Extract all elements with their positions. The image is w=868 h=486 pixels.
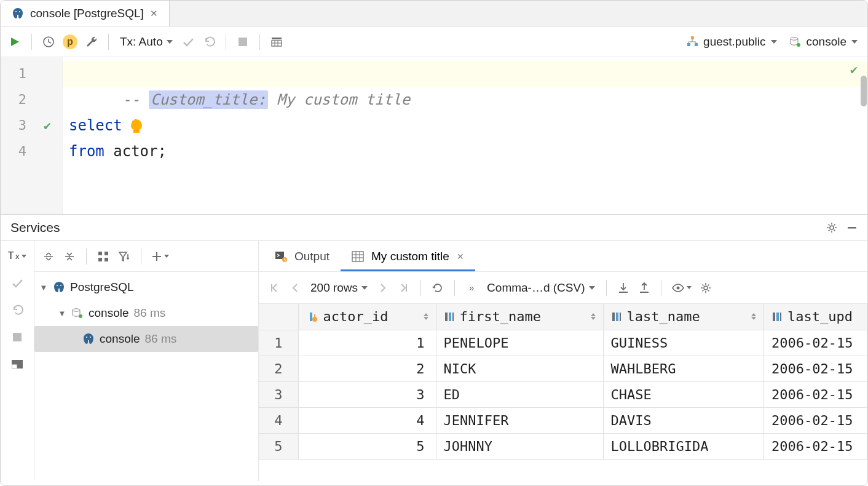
commit-icon[interactable] [178,31,199,52]
grid-row[interactable]: 11PENELOPEGUINESS2006-02-15 [259,330,867,356]
prev-page-icon[interactable] [285,277,306,298]
p-badge-icon[interactable]: p [59,31,81,52]
next-page-icon[interactable] [373,277,393,298]
group-icon[interactable] [93,246,114,267]
grid-cell-actor-id[interactable]: 1 [298,330,436,356]
result-tab-custom[interactable]: My custom title ✕ [341,244,475,271]
svg-rect-44 [612,313,615,321]
editor-body[interactable]: ✔ -- Custom_title: My custom title selec… [62,57,867,214]
grid-col-actor-id[interactable]: actor_id [298,304,436,330]
grid-cell-last-name[interactable]: DAVIS [603,407,763,433]
grid-col-first-name[interactable]: first_name [436,304,603,330]
sort-icon[interactable] [751,313,756,320]
schema-selector[interactable]: guest.public [680,35,783,49]
expand-all-icon[interactable] [38,246,59,267]
grid-cell-last-name[interactable]: CHASE [603,381,763,407]
more-icon[interactable]: » [461,277,482,298]
rollback-icon[interactable] [199,31,219,52]
collapse-all-icon[interactable] [59,246,80,267]
sql-editor[interactable]: 1 2 3 4 ✔ ✔ -- Custom_title: My custom t… [1,57,867,214]
result-tab-output[interactable]: Output [264,244,341,271]
tree-node-console-run[interactable]: console 86 ms [34,326,258,352]
editor-line[interactable]: from actor; [63,138,867,164]
scrollbar-thumb[interactable] [861,76,867,106]
editor-line[interactable]: -- Custom_title: My custom title [63,61,867,87]
column-icon [444,311,455,322]
grid-cell-last-update[interactable]: 2006-02-15 [764,381,867,407]
grid-cell-first-name[interactable]: NICK [436,356,603,381]
explain-plan-icon[interactable] [266,31,287,52]
import-icon[interactable] [634,277,655,298]
reload-icon[interactable] [427,277,448,298]
rollback-icon[interactable] [8,301,26,319]
editor-line[interactable]: select * [63,113,867,138]
stop-icon[interactable] [232,31,253,52]
grid-cell-last-name[interactable]: LOLLOBRIGIDA [603,433,763,459]
gear-icon[interactable] [826,221,838,234]
grid-cell-actor-id[interactable]: 5 [298,433,436,459]
export-icon[interactable] [613,277,634,298]
rows-dropdown[interactable]: 200 rows [306,277,373,298]
grid-cell-first-name[interactable]: ED [436,381,603,407]
history-icon[interactable] [38,31,59,52]
stop-icon[interactable] [8,329,26,346]
close-icon[interactable]: ✕ [150,8,158,19]
chevron-down-icon [851,40,858,44]
export-format-dropdown[interactable]: Comma-…d (CSV) [482,277,599,298]
grid-col-last-update[interactable]: last_upd [764,304,867,330]
comment-prefix: -- [122,91,149,108]
grid-cell-first-name[interactable]: JOHNNY [436,433,603,459]
services-title: Services [10,220,60,235]
grid-cell-first-name[interactable]: JENNIFER [436,407,603,433]
last-page-icon[interactable] [393,277,414,298]
layout-icon[interactable] [8,356,26,373]
tree-expand-icon[interactable]: ▼ [58,309,66,318]
first-page-icon[interactable] [264,277,285,298]
services-tree[interactable]: ▼ PostgreSQL ▼ console 86 ms console 86 … [34,272,258,481]
grid-cell-actor-id[interactable]: 2 [298,356,436,381]
editor-scrollbar[interactable] [860,57,867,214]
grid-row[interactable]: 33EDCHASE2006-02-15 [259,381,867,407]
add-icon[interactable] [148,246,173,267]
column-icon [611,311,622,322]
separator [606,280,607,296]
table-ref: actor; [105,143,167,160]
filter-icon[interactable] [114,246,135,267]
grid-cell-first-name[interactable]: PENELOPE [436,330,603,356]
tree-node-postgresql[interactable]: ▼ PostgreSQL [34,274,258,300]
separator [420,280,421,296]
grid-cell-last-name[interactable]: WAHLBERG [603,356,763,381]
grid-col-last-name[interactable]: last_name [603,304,763,330]
export-format-label: Comma-…d (CSV) [487,281,585,295]
sort-icon[interactable] [424,313,428,320]
grid-cell-last-update[interactable]: 2006-02-15 [764,407,867,433]
editor-tab-console[interactable]: console [PostgreSQL] ✕ [1,1,170,26]
grid-cell-actor-id[interactable]: 3 [298,381,436,407]
wrench-icon[interactable] [81,31,102,52]
grid-row[interactable]: 22NICKWAHLBERG2006-02-15 [259,356,867,381]
view-icon[interactable] [668,277,695,298]
sort-icon[interactable] [591,313,596,320]
intention-bulb-icon[interactable] [131,119,142,130]
tx-mode-dropdown[interactable]: Tx: Auto [115,31,178,52]
ok-check-icon: ✔ [44,113,51,138]
result-grid[interactable]: actor_id first_name [259,304,867,460]
commit-icon[interactable] [8,274,26,292]
settings-icon[interactable] [695,277,716,298]
grid-cell-actor-id[interactable]: 4 [298,407,436,433]
grid-row[interactable]: 44JENNIFERDAVIS2006-02-15 [259,407,867,433]
tree-expand-icon[interactable]: ▼ [39,283,48,292]
grid-cell-last-update[interactable]: 2006-02-15 [764,356,867,381]
key-column-icon [306,311,318,322]
tree-node-console[interactable]: ▼ console 86 ms [34,300,258,326]
tx-dropdown-icon[interactable]: Tx [8,247,26,265]
close-icon[interactable]: ✕ [457,252,464,261]
grid-cell-last-name[interactable]: GUINESS [603,330,763,356]
minimize-icon[interactable] [846,222,858,233]
run-button[interactable] [4,31,25,52]
grid-cell-last-update[interactable]: 2006-02-15 [764,330,867,356]
session-selector[interactable]: console [783,35,864,49]
result-tabs: Output My custom title ✕ [259,241,867,272]
grid-row[interactable]: 55JOHNNYLOLLOBRIGIDA2006-02-15 [259,433,867,459]
grid-cell-last-update[interactable]: 2006-02-15 [764,433,867,459]
